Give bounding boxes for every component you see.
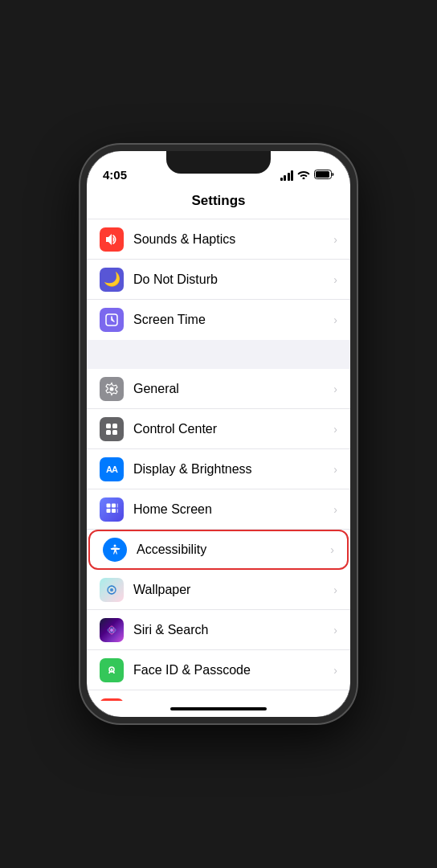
svg-point-16 <box>110 588 113 592</box>
spacer-1 <box>87 340 350 369</box>
row-home-screen[interactable]: Home Screen › <box>87 489 350 530</box>
nav-title: Settings <box>191 193 245 208</box>
display-label: Display & Brightness <box>133 462 330 477</box>
svg-rect-1 <box>316 171 329 178</box>
status-bar: 4:05 <box>87 151 350 186</box>
general-label: General <box>133 382 330 396</box>
home-screen-icon <box>100 497 124 522</box>
home-bar <box>170 707 267 710</box>
row-screen-time[interactable]: Screen Time › <box>87 300 350 340</box>
row-control-center[interactable]: Control Center › <box>87 409 350 449</box>
home-screen-chevron: › <box>333 503 337 516</box>
wifi-icon <box>297 170 310 182</box>
row-display[interactable]: AA Display & Brightness › <box>87 449 350 489</box>
battery-icon <box>314 170 334 182</box>
control-center-label: Control Center <box>133 422 330 436</box>
siri-icon <box>100 618 124 642</box>
svg-rect-12 <box>116 504 118 508</box>
wallpaper-icon <box>100 578 124 602</box>
section-sounds: Sounds & Haptics › 🌙 Do Not Disturb › <box>87 219 350 340</box>
svg-rect-11 <box>112 509 116 513</box>
dnd-icon: 🌙 <box>100 268 124 292</box>
sounds-label: Sounds & Haptics <box>133 232 330 247</box>
nav-bar: Settings <box>87 186 350 219</box>
svg-point-14 <box>114 545 116 547</box>
dnd-label: Do Not Disturb <box>133 272 330 287</box>
screen-time-label: Screen Time <box>133 313 330 327</box>
status-icons <box>280 170 335 182</box>
row-dnd[interactable]: 🌙 Do Not Disturb › <box>87 260 350 300</box>
faceid-label: Face ID & Passcode <box>133 663 330 678</box>
svg-rect-5 <box>112 424 117 428</box>
svg-rect-4 <box>106 424 111 428</box>
signal-icon <box>280 170 294 181</box>
svg-point-22 <box>110 668 111 669</box>
svg-rect-10 <box>106 509 110 513</box>
screen: 4:05 <box>87 151 350 717</box>
svg-point-21 <box>111 669 112 670</box>
row-siri[interactable]: Siri & Search › <box>87 610 350 650</box>
wallpaper-chevron: › <box>333 583 337 596</box>
sos-icon: SOS <box>100 698 124 702</box>
svg-rect-6 <box>106 430 111 435</box>
svg-point-23 <box>113 668 114 669</box>
row-wallpaper[interactable]: Wallpaper › <box>87 570 350 610</box>
faceid-icon <box>100 658 124 682</box>
phone-frame: 4:05 <box>80 145 357 723</box>
svg-rect-9 <box>112 504 116 508</box>
display-chevron: › <box>333 463 337 476</box>
svg-point-18 <box>110 628 113 632</box>
row-general[interactable]: General › <box>87 369 350 409</box>
general-icon <box>100 377 124 401</box>
section-general: General › Control Center › <box>87 369 350 701</box>
screen-time-icon <box>100 308 124 332</box>
svg-rect-13 <box>116 509 118 513</box>
svg-point-3 <box>110 387 114 391</box>
wallpaper-label: Wallpaper <box>133 583 330 597</box>
display-icon: AA <box>100 457 124 481</box>
sounds-chevron: › <box>333 233 337 246</box>
accessibility-chevron: › <box>330 543 334 556</box>
siri-label: Siri & Search <box>133 623 330 637</box>
general-chevron: › <box>333 383 337 395</box>
home-screen-label: Home Screen <box>133 502 330 517</box>
screen-time-chevron: › <box>333 313 337 326</box>
control-center-icon <box>100 417 124 441</box>
home-indicator <box>87 701 350 717</box>
svg-rect-7 <box>112 430 117 435</box>
svg-rect-8 <box>106 504 110 508</box>
siri-chevron: › <box>333 624 337 637</box>
row-sounds[interactable]: Sounds & Haptics › <box>87 219 350 260</box>
sounds-icon <box>100 227 124 252</box>
accessibility-icon <box>103 538 127 562</box>
row-accessibility[interactable]: Accessibility › <box>88 530 349 570</box>
accessibility-label: Accessibility <box>137 542 327 557</box>
status-time: 4:05 <box>103 168 127 182</box>
faceid-chevron: › <box>333 664 337 677</box>
dnd-chevron: › <box>333 273 337 286</box>
row-sos[interactable]: SOS Emergency SOS › <box>87 690 350 701</box>
control-center-chevron: › <box>333 423 337 436</box>
settings-list[interactable]: Sounds & Haptics › 🌙 Do Not Disturb › <box>87 219 350 701</box>
row-faceid[interactable]: Face ID & Passcode › <box>87 650 350 690</box>
